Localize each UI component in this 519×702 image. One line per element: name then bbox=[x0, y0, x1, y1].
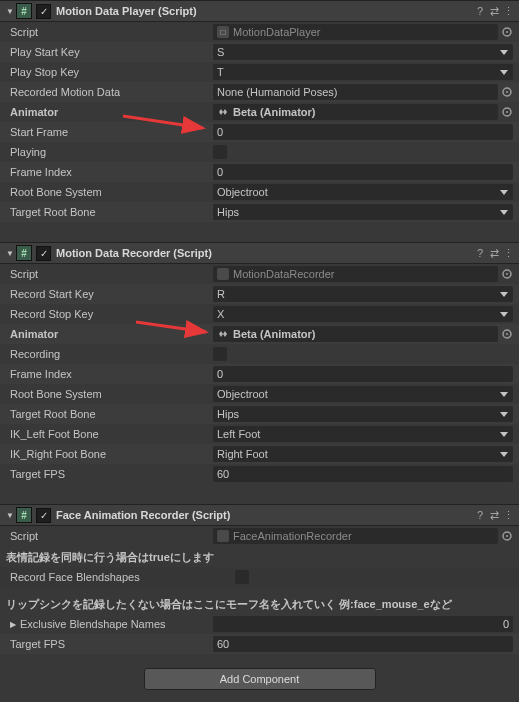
component-title: Motion Data Recorder (Script) bbox=[56, 247, 473, 259]
row-target-root-bone: Target Root Bone Hips bbox=[0, 202, 519, 222]
label: Root Bone System bbox=[6, 388, 213, 400]
menu-icon[interactable]: ⋮ bbox=[501, 509, 515, 522]
script-field[interactable]: FaceAnimationRecorder bbox=[213, 528, 498, 544]
row-script: Script □ MotionDataPlayer bbox=[0, 22, 519, 42]
row-record-stop-key: Record Stop Key X bbox=[0, 304, 519, 324]
dropdown[interactable]: Objectroot bbox=[213, 184, 513, 200]
help-icon[interactable]: ? bbox=[473, 5, 487, 17]
svg-point-11 bbox=[506, 273, 508, 275]
component-header[interactable]: ▼ # ✓ Face Animation Recorder (Script) ?… bbox=[0, 504, 519, 526]
label: Record Start Key bbox=[6, 288, 213, 300]
object-picker-icon[interactable] bbox=[500, 25, 513, 39]
hint-blendshapes: 表情記録を同時に行う場合はtrueにします bbox=[0, 546, 519, 567]
row-script: Script FaceAnimationRecorder bbox=[0, 526, 519, 546]
row-frame-index: Frame Index 0 bbox=[0, 364, 519, 384]
label[interactable]: ▶ Exclusive Blendshape Names bbox=[6, 618, 213, 630]
object-picker-icon[interactable] bbox=[500, 85, 513, 99]
menu-icon[interactable]: ⋮ bbox=[501, 247, 515, 260]
svg-text:□: □ bbox=[221, 28, 226, 37]
dropdown[interactable]: S bbox=[213, 44, 513, 60]
label: Recorded Motion Data bbox=[6, 86, 213, 98]
int-input[interactable]: 0 bbox=[213, 164, 513, 180]
help-icon[interactable]: ? bbox=[473, 509, 487, 521]
label: Frame Index bbox=[6, 368, 213, 380]
label: Script bbox=[6, 530, 213, 542]
dropdown[interactable]: T bbox=[213, 64, 513, 80]
label: Target FPS bbox=[6, 638, 213, 650]
hint-exclusive: リップシンクを記録したくない場合はここにモーフ名を入れていく 例:face_mo… bbox=[0, 593, 519, 614]
row-playing: Playing bbox=[0, 142, 519, 162]
row-record-start-key: Record Start Key R bbox=[0, 284, 519, 304]
label: Root Bone System bbox=[6, 186, 213, 198]
object-field[interactable]: Beta (Animator) bbox=[213, 104, 498, 120]
svg-rect-15 bbox=[217, 530, 229, 542]
label: Play Start Key bbox=[6, 46, 213, 58]
dropdown[interactable]: X bbox=[213, 306, 513, 322]
object-picker-icon[interactable] bbox=[500, 105, 513, 119]
add-component-button[interactable]: Add Component bbox=[144, 668, 376, 690]
fold-toggle[interactable]: ▼ bbox=[4, 511, 16, 520]
label: Record Stop Key bbox=[6, 308, 213, 320]
int-input[interactable]: 0 bbox=[213, 124, 513, 140]
label: Start Frame bbox=[6, 126, 213, 138]
help-icon[interactable]: ? bbox=[473, 247, 487, 259]
dropdown[interactable]: Objectroot bbox=[213, 386, 513, 402]
checkbox[interactable] bbox=[213, 145, 227, 159]
checkbox[interactable] bbox=[213, 347, 227, 361]
label: IK_Right Foot Bone bbox=[6, 448, 213, 460]
fold-toggle[interactable]: ▼ bbox=[4, 249, 16, 258]
label: Playing bbox=[6, 146, 213, 158]
int-input[interactable]: 60 bbox=[213, 636, 513, 652]
object-picker-icon[interactable] bbox=[500, 267, 513, 281]
row-start-frame: Start Frame 0 bbox=[0, 122, 519, 142]
row-play-stop-key: Play Stop Key T bbox=[0, 62, 519, 82]
row-play-start-key: Play Start Key S bbox=[0, 42, 519, 62]
svg-point-13 bbox=[506, 333, 508, 335]
row-exclusive-blendshape-names: ▶ Exclusive Blendshape Names 0 bbox=[0, 614, 519, 634]
svg-point-7 bbox=[506, 111, 508, 113]
dropdown[interactable]: R bbox=[213, 286, 513, 302]
label: Animator bbox=[6, 106, 213, 118]
svg-point-3 bbox=[506, 31, 508, 33]
component-header[interactable]: ▼ # ✓ Motion Data Player (Script) ? ⇄ ⋮ bbox=[0, 0, 519, 22]
script-field[interactable]: MotionDataRecorder bbox=[213, 266, 498, 282]
int-input[interactable]: 60 bbox=[213, 466, 513, 482]
script-name: FaceAnimationRecorder bbox=[233, 530, 352, 542]
preset-icon[interactable]: ⇄ bbox=[487, 247, 501, 260]
dropdown[interactable]: Right Foot bbox=[213, 446, 513, 462]
animator-icon bbox=[217, 106, 229, 118]
int-input[interactable]: 0 bbox=[213, 366, 513, 382]
fold-arrow-icon[interactable]: ▶ bbox=[10, 620, 16, 629]
object-field[interactable]: Beta (Animator) bbox=[213, 326, 498, 342]
preset-icon[interactable]: ⇄ bbox=[487, 5, 501, 18]
menu-icon[interactable]: ⋮ bbox=[501, 5, 515, 18]
preset-icon[interactable]: ⇄ bbox=[487, 509, 501, 522]
row-animator: Animator Beta (Animator) bbox=[0, 324, 519, 344]
script-field[interactable]: □ MotionDataPlayer bbox=[213, 24, 498, 40]
enable-checkbox[interactable]: ✓ bbox=[36, 508, 51, 523]
label: Target Root Bone bbox=[6, 408, 213, 420]
object-field[interactable]: None (Humanoid Poses) bbox=[213, 84, 498, 100]
label: Frame Index bbox=[6, 166, 213, 178]
row-record-face-blendshapes: Record Face Blendshapes bbox=[0, 567, 519, 587]
dropdown[interactable]: Left Foot bbox=[213, 426, 513, 442]
object-picker-icon[interactable] bbox=[500, 529, 513, 543]
component-header[interactable]: ▼ # ✓ Motion Data Recorder (Script) ? ⇄ … bbox=[0, 242, 519, 264]
script-icon: # bbox=[16, 245, 32, 261]
row-recording: Recording bbox=[0, 344, 519, 364]
label: Recording bbox=[6, 348, 213, 360]
fold-toggle[interactable]: ▼ bbox=[4, 7, 16, 16]
script-icon: # bbox=[16, 507, 32, 523]
dropdown[interactable]: Hips bbox=[213, 406, 513, 422]
dropdown[interactable]: Hips bbox=[213, 204, 513, 220]
row-target-root-bone: Target Root Bone Hips bbox=[0, 404, 519, 424]
component-motion-data-recorder: ▼ # ✓ Motion Data Recorder (Script) ? ⇄ … bbox=[0, 242, 519, 484]
component-title: Face Animation Recorder (Script) bbox=[56, 509, 473, 521]
object-picker-icon[interactable] bbox=[500, 327, 513, 341]
row-animator: Animator Beta (Animator) bbox=[0, 102, 519, 122]
enable-checkbox[interactable]: ✓ bbox=[36, 4, 51, 19]
array-size-input[interactable]: 0 bbox=[213, 616, 513, 632]
enable-checkbox[interactable]: ✓ bbox=[36, 246, 51, 261]
animator-icon bbox=[217, 328, 229, 340]
checkbox[interactable] bbox=[235, 570, 249, 584]
